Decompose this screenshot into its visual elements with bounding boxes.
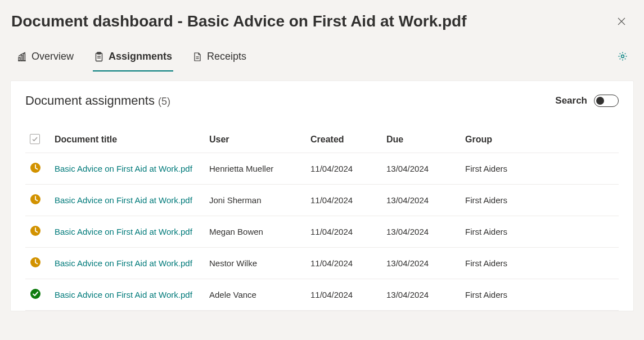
page-title: Document dashboard - Basic Advice on Fir…: [11, 12, 467, 30]
user-cell: Henrietta Mueller: [205, 153, 306, 185]
col-header-user[interactable]: User: [205, 127, 306, 153]
col-header-group[interactable]: Group: [461, 127, 619, 153]
table-row[interactable]: Basic Advice on First Aid at Work.pdfJon…: [25, 185, 619, 216]
user-cell: Adele Vance: [205, 279, 306, 311]
chart-icon: [17, 52, 27, 62]
document-link[interactable]: Basic Advice on First Aid at Work.pdf: [55, 164, 192, 173]
tab-overview-label: Overview: [31, 51, 74, 62]
created-cell: 11/04/2024: [306, 216, 382, 248]
svg-point-12: [622, 55, 624, 58]
document-link[interactable]: Basic Advice on First Aid at Work.pdf: [55, 195, 192, 205]
status-cell: [25, 153, 50, 185]
created-cell: 11/04/2024: [306, 185, 382, 216]
due-cell: 13/04/2024: [382, 248, 461, 279]
tab-receipts-label: Receipts: [207, 51, 246, 62]
svg-point-17: [30, 289, 40, 299]
search-label: Search: [555, 95, 587, 106]
tab-overview[interactable]: Overview: [16, 46, 75, 71]
select-all-checkbox[interactable]: [30, 134, 40, 144]
due-cell: 13/04/2024: [382, 185, 461, 216]
document-link[interactable]: Basic Advice on First Aid at Work.pdf: [55, 227, 192, 236]
tab-assignments[interactable]: Assignments: [93, 46, 173, 71]
due-cell: 13/04/2024: [382, 279, 461, 311]
group-cell: First Aiders: [461, 185, 619, 216]
svg-rect-4: [21, 55, 23, 61]
receipt-icon: [192, 52, 202, 62]
assignments-table: Document title User Created Due Group Ba…: [25, 127, 619, 311]
created-cell: 11/04/2024: [306, 248, 382, 279]
document-link[interactable]: Basic Advice on First Aid at Work.pdf: [55, 258, 192, 268]
col-header-due[interactable]: Due: [382, 127, 461, 153]
assignments-panel: Document assignments (5) Search Document…: [10, 80, 634, 311]
table-row[interactable]: Basic Advice on First Aid at Work.pdfNes…: [25, 248, 619, 279]
document-link[interactable]: Basic Advice on First Aid at Work.pdf: [55, 290, 192, 299]
created-cell: 11/04/2024: [306, 153, 382, 185]
close-button[interactable]: [615, 15, 628, 30]
close-icon: [617, 17, 626, 26]
clipboard-icon: [94, 52, 104, 62]
table-row[interactable]: Basic Advice on First Aid at Work.pdfMeg…: [25, 216, 619, 248]
tab-receipts[interactable]: Receipts: [191, 46, 247, 71]
table-row[interactable]: Basic Advice on First Aid at Work.pdfAde…: [25, 279, 619, 311]
status-pending-icon: [30, 194, 41, 205]
status-cell: [25, 279, 50, 311]
status-pending-icon: [30, 257, 41, 268]
settings-button[interactable]: [615, 48, 631, 66]
panel-title: Document assignments (5): [25, 93, 170, 108]
group-cell: First Aiders: [461, 153, 619, 185]
tabs: Overview Assignments Receipts: [16, 46, 247, 71]
status-pending-icon: [30, 162, 41, 173]
svg-rect-3: [19, 57, 20, 61]
status-cell: [25, 248, 50, 279]
due-cell: 13/04/2024: [382, 153, 461, 185]
user-cell: Joni Sherman: [205, 185, 306, 216]
status-pending-icon: [30, 225, 41, 236]
check-icon: [31, 136, 38, 142]
svg-rect-5: [24, 53, 25, 61]
panel-title-text: Document assignments: [25, 93, 155, 108]
status-cell: [25, 216, 50, 248]
tab-assignments-label: Assignments: [109, 51, 172, 62]
gear-icon: [617, 51, 628, 62]
group-cell: First Aiders: [461, 248, 619, 279]
created-cell: 11/04/2024: [306, 279, 382, 311]
due-cell: 13/04/2024: [382, 216, 461, 248]
user-cell: Nestor Wilke: [205, 248, 306, 279]
table-row[interactable]: Basic Advice on First Aid at Work.pdfHen…: [25, 153, 619, 185]
panel-count: (5): [158, 96, 170, 107]
group-cell: First Aiders: [461, 216, 619, 248]
user-cell: Megan Bowen: [205, 216, 306, 248]
col-header-title[interactable]: Document title: [50, 127, 205, 153]
status-complete-icon: [30, 288, 41, 299]
status-cell: [25, 185, 50, 216]
group-cell: First Aiders: [461, 279, 619, 311]
col-header-created[interactable]: Created: [306, 127, 382, 153]
search-toggle[interactable]: [594, 95, 619, 107]
